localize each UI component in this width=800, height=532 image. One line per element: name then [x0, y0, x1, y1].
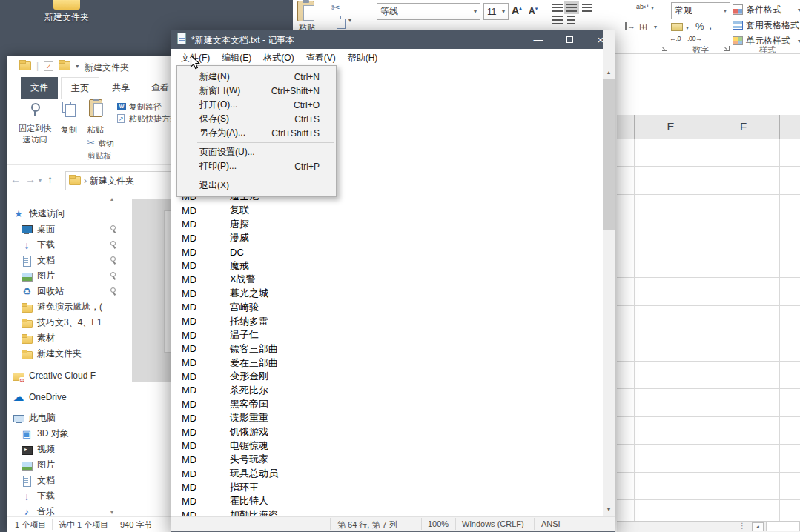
copy-label[interactable]: 复制	[56, 124, 82, 136]
explorer-tab-share[interactable]: 共享	[102, 77, 139, 99]
sidebar-item[interactable]: 避免演示尴尬，(	[9, 299, 120, 315]
menu-option[interactable]: 新建(N) Ctrl+N	[177, 70, 336, 84]
excel-horizontal-scrollbar[interactable]	[766, 522, 800, 531]
properties-check-icon[interactable]: ✓	[44, 61, 53, 71]
new-folder-icon[interactable]	[59, 61, 70, 70]
excel-format-as-table-button[interactable]: 套用表格格式	[733, 18, 800, 33]
excel-copy-icon[interactable]	[334, 16, 341, 24]
menu-option[interactable]	[177, 140, 336, 145]
sidebar-item[interactable]: 素材	[9, 330, 120, 346]
paste-icon[interactable]	[89, 99, 102, 117]
sidebar-item[interactable]: 文档	[9, 253, 120, 268]
desktop-folder-icon[interactable]	[53, 0, 80, 10]
nav-back-icon[interactable]: ←	[10, 173, 21, 185]
chevron-down-icon[interactable]: ▾	[502, 8, 505, 15]
excel-paste-icon[interactable]	[297, 1, 314, 21]
excel-column-header-e[interactable]: E	[634, 115, 707, 139]
breadcrumb[interactable]: 新建文件夹	[90, 175, 134, 187]
scroll-down-icon[interactable]: ▾	[603, 504, 615, 516]
chevron-down-icon[interactable]: ▾	[474, 8, 477, 15]
nav-forward-icon[interactable]: →	[25, 173, 36, 185]
paste-label[interactable]: 粘贴	[83, 124, 108, 136]
sidebar-item[interactable]: 技巧文3、4、F1	[9, 315, 120, 330]
sidebar-item[interactable]: Creative Cloud F	[9, 368, 120, 383]
minimize-button[interactable]: —	[523, 30, 553, 49]
copy-path-icon[interactable]: W	[117, 103, 126, 110]
excel-font-size-select[interactable]: 11▾	[483, 3, 509, 20]
maximize-button[interactable]	[555, 30, 584, 49]
sidebar-item[interactable]: 下载	[9, 237, 120, 253]
scroll-up-icon[interactable]: ▴	[603, 67, 615, 79]
excel-align-bottom-icon[interactable]	[582, 4, 592, 12]
excel-sheet-tab-scroll-left-icon[interactable]: ◂	[752, 522, 764, 531]
excel-align-left-icon[interactable]	[552, 16, 563, 24]
menu-option[interactable]: 打开(O)... Ctrl+O	[177, 98, 336, 112]
sidebar-item[interactable]: 下载	[9, 488, 120, 504]
copy-path-label[interactable]: 复制路径	[129, 102, 173, 113]
sidebar-item[interactable]: 新建文件夹	[9, 346, 120, 362]
excel-number-format-select[interactable]: 常规▾	[671, 2, 730, 19]
excel-percent-style-icon[interactable]: %	[695, 21, 704, 32]
sidebar-item[interactable]: 3D 对象	[9, 426, 120, 442]
excel-increase-font-icon[interactable]: A▴	[512, 4, 522, 16]
sidebar-item[interactable]: 图片	[9, 457, 120, 473]
sidebar-item[interactable]: 此电脑	[9, 410, 120, 426]
explorer-tab-file[interactable]: 文件	[21, 77, 58, 99]
sidebar-item[interactable]: OneDrive	[9, 389, 120, 405]
chevron-down-icon[interactable]: ▾	[651, 4, 654, 11]
menu-option[interactable]: 打印(P)... Ctrl+P	[177, 159, 336, 173]
excel-orientation-icon[interactable]	[567, 16, 575, 24]
sidebar-scroll-up-icon[interactable]: ▴	[110, 196, 113, 202]
explorer-tab-home[interactable]: 主页	[61, 77, 99, 99]
excel-merge-center-icon[interactable]: ⊞	[639, 21, 648, 33]
excel-font-name-select[interactable]: 等线▾	[377, 3, 480, 20]
sidebar-item[interactable]: 回收站	[9, 284, 120, 299]
chevron-down-icon[interactable]: ▾	[76, 63, 79, 70]
menu-item[interactable]: 查看(V)	[300, 49, 342, 67]
cut-label[interactable]: 剪切	[98, 139, 120, 150]
excel-column-header-partial[interactable]	[779, 115, 800, 139]
excel-column-header-f[interactable]: F	[707, 115, 779, 139]
excel-sheet-grid[interactable]	[617, 139, 800, 521]
paste-shortcut-label[interactable]: 粘贴快捷方式	[129, 113, 173, 124]
menu-option[interactable]: 退出(X)	[177, 179, 336, 193]
excel-copy-caret-icon[interactable]: ▾	[348, 17, 351, 24]
excel-conditional-formatting-button[interactable]: 条件格式▾	[733, 2, 800, 17]
chevron-down-icon[interactable]: ▾	[724, 7, 727, 14]
menu-item[interactable]: 帮助(H)	[342, 49, 384, 67]
excel-decrease-font-icon[interactable]: A▾	[529, 6, 538, 16]
address-bar[interactable]: › 新建文件夹	[65, 171, 172, 190]
excel-number-dialog-launcher-icon[interactable]	[724, 46, 730, 51]
sidebar-item[interactable]: 视频	[9, 442, 120, 457]
paste-shortcut-icon[interactable]: ↗	[117, 114, 125, 123]
menu-option[interactable]: 保存(S) Ctrl+S	[177, 112, 336, 126]
chevron-down-icon[interactable]: ▾	[686, 24, 689, 31]
copy-icon[interactable]	[62, 102, 71, 113]
sidebar-item[interactable]: 桌面	[9, 222, 120, 237]
excel-cut-icon[interactable]: ✂	[331, 1, 340, 13]
excel-indent-icon[interactable]: →	[625, 22, 635, 30]
pin-to-quick-access-label[interactable]: 固定到快速访问	[15, 123, 55, 145]
sidebar-item[interactable]: 快速访问	[9, 206, 120, 222]
menu-item[interactable]: 编辑(E)	[216, 49, 257, 67]
excel-decrease-decimal-icon[interactable]: .00→	[687, 35, 702, 42]
excel-sheet-tab-grip-icon[interactable]: ⋮	[738, 522, 746, 530]
excel-accounting-format-icon[interactable]	[671, 23, 683, 31]
excel-align-top-icon[interactable]	[552, 4, 563, 12]
sidebar-scroll-down-icon[interactable]: ▾	[110, 509, 113, 516]
excel-align-middle-icon[interactable]	[566, 4, 577, 12]
notepad-text-area[interactable]: MD 迪士尼 MD 复联 MD 唐探 MD 漫威 MD DC	[182, 190, 597, 516]
menu-option[interactable]: 新窗口(W) Ctrl+Shift+N	[177, 84, 336, 98]
menu-option[interactable]	[177, 173, 336, 179]
nav-history-chevron-icon[interactable]: ▾	[39, 177, 42, 184]
sidebar-item[interactable]: 图片	[9, 268, 120, 284]
chevron-down-icon[interactable]: ▾	[654, 24, 657, 30]
excel-comma-style-icon[interactable]: ,	[709, 19, 712, 31]
sidebar-item[interactable]: 文档	[9, 473, 120, 488]
excel-wrap-text-icon[interactable]: ab↵	[636, 3, 649, 10]
pin-to-quick-access-icon[interactable]	[30, 102, 40, 116]
cut-icon[interactable]: ✂	[87, 137, 95, 148]
menu-option[interactable]: 页面设置(U)...	[177, 145, 336, 159]
menu-option[interactable]: 另存为(A)... Ctrl+Shift+S	[177, 126, 336, 140]
excel-alignment-dialog-launcher-icon[interactable]	[662, 46, 667, 51]
